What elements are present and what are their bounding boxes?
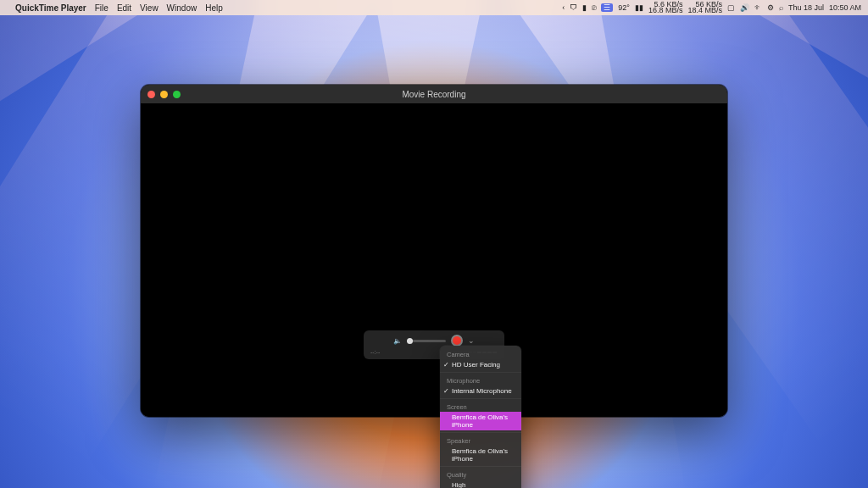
movie-recording-window: Movie Recording 🔈 ⌄ --:-- <box>141 85 727 417</box>
check-icon: ✓ <box>443 387 449 395</box>
menu-header-microphone: Microphone <box>440 374 521 385</box>
menu-help[interactable]: Help <box>205 3 223 13</box>
recording-options-menu: Camera✓HD User FacingMicrophone✓Internal… <box>440 346 521 488</box>
display-icon[interactable]: ⎚ <box>592 3 596 12</box>
network-speed-2[interactable]: 56 KB/s18.4 MB/s <box>687 2 722 14</box>
chevron-left-icon[interactable]: ‹ <box>562 3 565 12</box>
airplay-icon[interactable]: ▢ <box>727 3 735 12</box>
menu-item-label: Internal Microphone <box>452 387 512 395</box>
menu-item[interactable]: High <box>440 480 521 488</box>
wifi-icon[interactable]: ᯤ <box>754 3 762 12</box>
menu-item[interactable]: ✓Internal Microphone <box>440 385 521 396</box>
control-center-icon[interactable]: ⚙ <box>767 3 774 12</box>
menu-header-camera: Camera <box>440 348 521 359</box>
menu-header-quality: Quality <box>440 469 521 480</box>
menu-item-label: High <box>452 481 465 488</box>
app-menu[interactable]: QuickTime Player <box>15 3 86 13</box>
search-icon[interactable]: ⌕ <box>779 3 783 12</box>
battery-icon[interactable]: ▮ <box>582 3 587 12</box>
network-speed-1[interactable]: 5.6 KB/s16.8 MB/s <box>648 2 683 14</box>
menu-item-label: HD User Facing <box>452 361 500 369</box>
menu-item-label: Bemfica de Oliva's iPhone <box>452 447 508 463</box>
menu-window[interactable]: Window <box>167 3 198 13</box>
menubar-time[interactable]: 10:50 AM <box>829 3 861 12</box>
menu-item[interactable]: Bemfica de Oliva's iPhone <box>440 412 521 430</box>
menu-item-label: Bemfica de Oliva's iPhone <box>452 413 508 429</box>
menu-edit[interactable]: Edit <box>117 3 131 13</box>
menu-item[interactable]: ✓HD User Facing <box>440 359 521 370</box>
volume-icon: 🔈 <box>393 337 402 345</box>
volume-slider[interactable] <box>407 340 446 342</box>
menu-file[interactable]: File <box>95 3 108 13</box>
elapsed-time: --:-- <box>370 349 380 355</box>
menu-item[interactable]: Bemfica de Oliva's iPhone <box>440 446 521 464</box>
menubar: QuickTime Player File Edit View Window H… <box>0 0 868 15</box>
record-button[interactable] <box>451 335 463 347</box>
bars-icon[interactable]: ▮▮ <box>635 3 643 12</box>
temperature-indicator[interactable]: 92° <box>618 3 630 12</box>
check-icon: ✓ <box>443 361 449 369</box>
menu-header-speaker: Speaker <box>440 435 521 446</box>
menubar-date[interactable]: Thu 18 Jul <box>788 3 824 12</box>
menu-view[interactable]: View <box>140 3 159 13</box>
options-chevron-icon[interactable]: ⌄ <box>468 336 475 345</box>
video-preview <box>141 103 727 417</box>
sound-icon[interactable]: 🔊 <box>740 3 749 12</box>
status-menu-icon[interactable]: ☰ <box>601 3 613 12</box>
window-title: Movie Recording <box>141 90 727 99</box>
status-shield-icon[interactable]: ⛉ <box>570 3 577 12</box>
menubar-right: ‹ ⛉ ▮ ⎚ ☰ 92° ▮▮ 5.6 KB/s16.8 MB/s 56 KB… <box>562 2 861 14</box>
menu-header-screen: Screen <box>440 401 521 412</box>
volume-knob[interactable] <box>407 338 413 344</box>
window-titlebar[interactable]: Movie Recording <box>141 85 727 103</box>
